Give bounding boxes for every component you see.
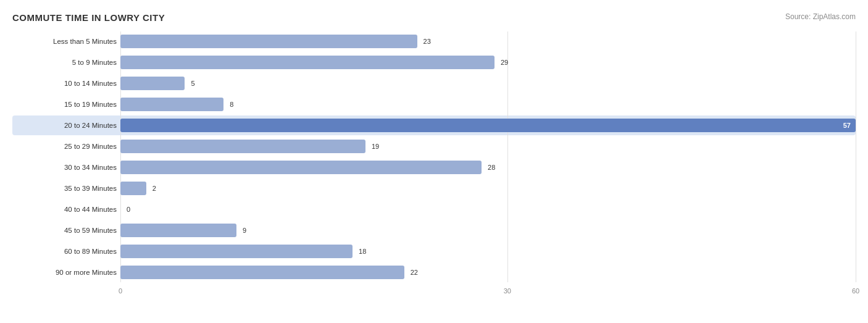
- bar-fill: 5: [120, 77, 185, 90]
- x-axis-tick: 60: [852, 287, 859, 295]
- bar-label: 25 to 29 Minutes: [12, 143, 120, 150]
- chart-title: COMMUTE TIME IN LOWRY CITY: [12, 12, 165, 23]
- bar-fill: 57: [120, 119, 856, 132]
- grid-line: [856, 31, 856, 282]
- bar-row: 40 to 44 Minutes0: [12, 199, 856, 219]
- bar-row: 45 to 59 Minutes9: [12, 220, 856, 240]
- bar-container: 0: [120, 199, 856, 219]
- x-axis: 03060: [12, 287, 856, 298]
- bar-row: 5 to 9 Minutes29: [12, 52, 856, 72]
- bar-container: 28: [120, 157, 856, 177]
- bar-row: 30 to 34 Minutes28: [12, 157, 856, 177]
- bar-label: 35 to 39 Minutes: [12, 185, 120, 192]
- bar-fill: 23: [120, 35, 417, 48]
- bar-fill: 19: [120, 140, 365, 153]
- bar-row: 10 to 14 Minutes5: [12, 73, 856, 93]
- bar-fill: 18: [120, 245, 353, 258]
- bar-value: 57: [840, 122, 851, 129]
- bar-row: 35 to 39 Minutes2: [12, 178, 856, 198]
- bar-value: 5: [188, 80, 194, 87]
- bar-container: 5: [120, 73, 856, 93]
- bar-container: 8: [120, 94, 856, 114]
- bar-label: 10 to 14 Minutes: [12, 80, 120, 87]
- bar-container: 22: [120, 262, 856, 282]
- bar-value: 22: [407, 269, 418, 276]
- bar-fill: 28: [120, 161, 482, 174]
- bar-container: 9: [120, 220, 856, 240]
- bar-fill: 9: [120, 224, 236, 237]
- bar-row: 20 to 24 Minutes57: [12, 115, 856, 135]
- bar-value: 23: [420, 38, 431, 45]
- bar-row: 60 to 89 Minutes18: [12, 241, 856, 261]
- bar-container: 29: [120, 52, 856, 72]
- bar-container: 2: [120, 178, 856, 198]
- bars-container: Less than 5 Minutes235 to 9 Minutes2910 …: [12, 31, 856, 282]
- bar-row: Less than 5 Minutes23: [12, 31, 856, 51]
- bar-fill: 8: [120, 98, 223, 111]
- x-axis-tick: 0: [119, 287, 122, 295]
- bar-container: 57: [120, 115, 856, 135]
- source-label: Source: ZipAtlas.com: [785, 12, 856, 21]
- bar-value: 9: [240, 227, 246, 234]
- bar-value: 2: [149, 185, 156, 192]
- x-axis-tick: 30: [504, 287, 511, 295]
- bar-value: 29: [498, 59, 508, 66]
- bar-label: Less than 5 Minutes: [12, 38, 120, 45]
- bar-value: 28: [485, 164, 495, 171]
- bar-container: 19: [120, 136, 856, 156]
- bar-container: 18: [120, 241, 856, 261]
- grid-and-bars: Less than 5 Minutes235 to 9 Minutes2910 …: [12, 31, 856, 282]
- bar-label: 15 to 19 Minutes: [12, 101, 120, 108]
- bar-label: 45 to 59 Minutes: [12, 227, 120, 234]
- bar-value: 18: [356, 248, 366, 255]
- bar-row: 25 to 29 Minutes19: [12, 136, 856, 156]
- bar-label: 5 to 9 Minutes: [12, 59, 120, 66]
- bar-container: 23: [120, 31, 856, 51]
- chart-area: Less than 5 Minutes235 to 9 Minutes2910 …: [12, 31, 856, 298]
- bar-label: 90 or more Minutes: [12, 269, 120, 276]
- bar-value: 8: [227, 101, 233, 108]
- bar-value: 0: [123, 206, 130, 213]
- bar-value: 19: [369, 143, 379, 150]
- bar-label: 60 to 89 Minutes: [12, 248, 120, 255]
- bar-row: 90 or more Minutes22: [12, 262, 856, 282]
- bar-row: 15 to 19 Minutes8: [12, 94, 856, 114]
- bar-label: 20 to 24 Minutes: [12, 122, 120, 129]
- bar-fill: 22: [120, 266, 404, 279]
- bar-label: 40 to 44 Minutes: [12, 206, 120, 213]
- bar-fill: 2: [120, 182, 146, 195]
- bar-label: 30 to 34 Minutes: [12, 164, 120, 171]
- bar-fill: 29: [120, 56, 495, 69]
